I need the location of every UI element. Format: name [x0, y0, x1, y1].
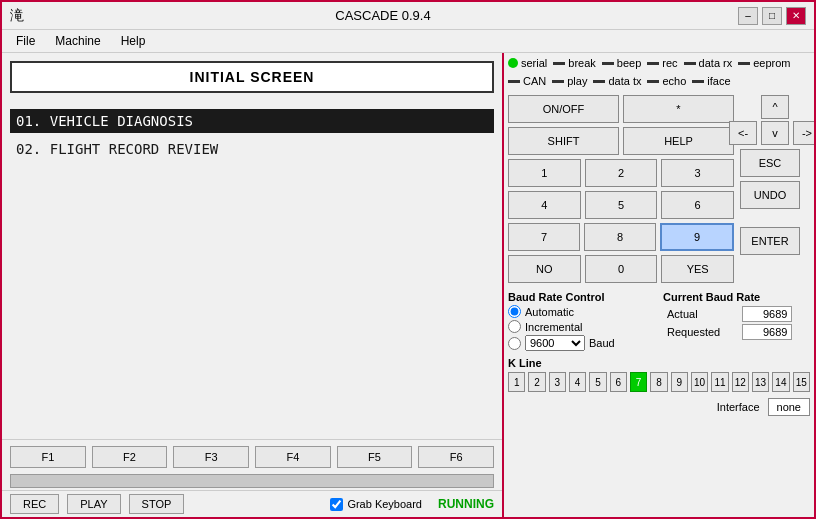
key-5[interactable]: 5 [585, 191, 658, 219]
kline-15[interactable]: 15 [793, 372, 810, 392]
keypad-section: ON/OFF * SHIFT HELP 1 2 3 4 5 [508, 95, 810, 287]
nav-right[interactable]: -> [793, 121, 814, 145]
label-eeprom: eeprom [753, 57, 790, 69]
close-button[interactable]: ✕ [786, 7, 806, 25]
led-break [553, 62, 565, 65]
window-title: CASCADE 0.9.4 [28, 8, 738, 23]
kline-3[interactable]: 3 [549, 372, 566, 392]
kp-row-2: SHIFT HELP [508, 127, 734, 155]
kp-row-1: ON/OFF * [508, 95, 734, 123]
f2-button[interactable]: F2 [92, 446, 168, 468]
onoff-button[interactable]: ON/OFF [508, 95, 619, 123]
radio-automatic-label: Automatic [525, 306, 574, 318]
f6-button[interactable]: F6 [418, 446, 494, 468]
minimize-button[interactable]: – [738, 7, 758, 25]
kline-4[interactable]: 4 [569, 372, 586, 392]
yes-button[interactable]: YES [661, 255, 734, 283]
esc-button[interactable]: ESC [740, 149, 800, 177]
indicator-break: break [553, 57, 596, 69]
kline-8[interactable]: 8 [650, 372, 667, 392]
f4-button[interactable]: F4 [255, 446, 331, 468]
kline-13[interactable]: 13 [752, 372, 769, 392]
app-icon: 滝 [10, 7, 24, 25]
indicator-can: CAN [508, 75, 546, 87]
kp-row-4: 4 5 6 [508, 191, 734, 219]
menu-file[interactable]: File [6, 32, 45, 50]
radio-incremental-input[interactable] [508, 320, 521, 333]
fkey-bar: F1 F2 F3 F4 F5 F6 [2, 439, 502, 474]
kline-2[interactable]: 2 [528, 372, 545, 392]
nav-row-top: ^ [729, 95, 814, 119]
key-1[interactable]: 1 [508, 159, 581, 187]
radio-automatic: Automatic [508, 305, 655, 318]
interface-value: none [768, 398, 810, 416]
nav-left[interactable]: <- [729, 121, 757, 145]
key-6[interactable]: 6 [661, 191, 734, 219]
indicator-echo: echo [647, 75, 686, 87]
requested-label: Requested [663, 323, 738, 341]
baud-label: Baud [589, 337, 615, 349]
menu-bar: File Machine Help [2, 30, 814, 53]
title-bar: 滝 CASCADE 0.9.4 – □ ✕ [2, 2, 814, 30]
undo-button[interactable]: UNDO [740, 181, 800, 209]
rec-button[interactable]: REC [10, 494, 59, 514]
grab-keyboard-checkbox[interactable] [330, 498, 343, 511]
key-2[interactable]: 2 [585, 159, 658, 187]
interface-row: Interface none [508, 398, 810, 416]
kline-14[interactable]: 14 [772, 372, 789, 392]
radio-incremental: Incremental [508, 320, 655, 333]
f1-button[interactable]: F1 [10, 446, 86, 468]
menu-entry-1[interactable]: 01. VEHICLE DIAGNOSIS [10, 109, 494, 133]
key-4[interactable]: 4 [508, 191, 581, 219]
maximize-button[interactable]: □ [762, 7, 782, 25]
menu-entry-2[interactable]: 02. FLIGHT RECORD REVIEW [10, 137, 494, 161]
indicators-container: serial break beep rec data rx [508, 57, 810, 87]
play-button[interactable]: PLAY [67, 494, 120, 514]
label-datarx: data rx [699, 57, 733, 69]
radio-automatic-input[interactable] [508, 305, 521, 318]
menu-help[interactable]: Help [111, 32, 156, 50]
grab-keyboard-container: Grab Keyboard [330, 498, 422, 511]
menu-machine[interactable]: Machine [45, 32, 110, 50]
kline-10[interactable]: 10 [691, 372, 708, 392]
nav-down[interactable]: v [761, 121, 789, 145]
indicator-eeprom: eeprom [738, 57, 790, 69]
baud-control-title: Baud Rate Control [508, 291, 655, 303]
kline-7[interactable]: 7 [630, 372, 647, 392]
radio-fixed-input[interactable] [508, 337, 521, 350]
kline-12[interactable]: 12 [732, 372, 749, 392]
f5-button[interactable]: F5 [337, 446, 413, 468]
requested-value: 9689 [742, 324, 792, 340]
key-3[interactable]: 3 [661, 159, 734, 187]
key-0[interactable]: 0 [585, 255, 658, 283]
kline-9[interactable]: 9 [671, 372, 688, 392]
shift-button[interactable]: SHIFT [508, 127, 619, 155]
enter-button[interactable]: ENTER [740, 227, 800, 255]
label-echo: echo [662, 75, 686, 87]
nav-up[interactable]: ^ [761, 95, 789, 119]
kline-1[interactable]: 1 [508, 372, 525, 392]
key-9[interactable]: 9 [660, 223, 734, 251]
stop-button[interactable]: STOP [129, 494, 185, 514]
indicator-iface: iface [692, 75, 730, 87]
actual-value: 9689 [742, 306, 792, 322]
no-button[interactable]: NO [508, 255, 581, 283]
led-datarx [684, 62, 696, 65]
baud-select[interactable]: 9600 [525, 335, 585, 351]
kline-6[interactable]: 6 [610, 372, 627, 392]
kp-row-6: NO 0 YES [508, 255, 734, 283]
key-7[interactable]: 7 [508, 223, 580, 251]
baud-dropdown-row: 9600 Baud [508, 335, 655, 351]
kline-5[interactable]: 5 [589, 372, 606, 392]
help-button[interactable]: HELP [623, 127, 734, 155]
baud-table: Actual 9689 Requested 9689 [663, 305, 810, 341]
current-baud: Current Baud Rate Actual 9689 Requested … [663, 291, 810, 351]
star-button[interactable]: * [623, 95, 734, 123]
interface-label: Interface [717, 401, 760, 413]
f3-button[interactable]: F3 [173, 446, 249, 468]
baud-control: Baud Rate Control Automatic Incremental … [508, 291, 655, 351]
indicator-datarx: data rx [684, 57, 733, 69]
key-8[interactable]: 8 [584, 223, 656, 251]
kline-11[interactable]: 11 [711, 372, 728, 392]
esc-undo-section: ESC UNDO ENTER [740, 149, 810, 255]
